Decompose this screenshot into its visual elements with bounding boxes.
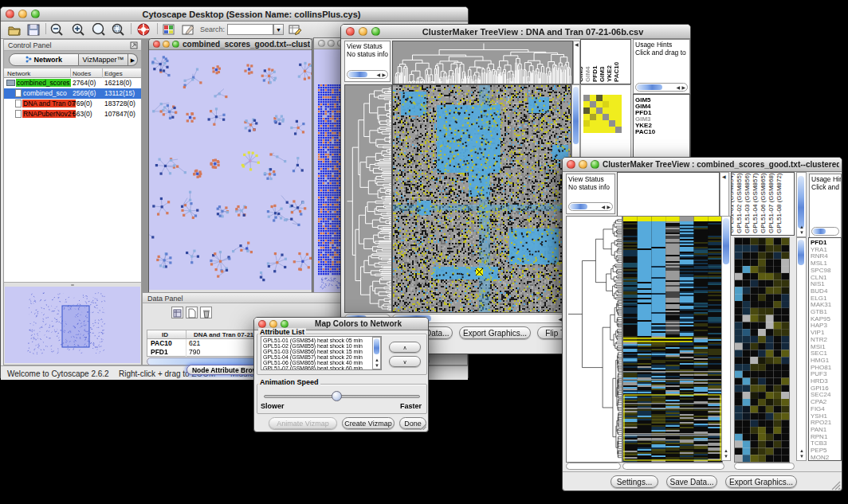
attribute-list-item[interactable]: GPL51-02 (GSM855) heat shock 10 min: [263, 343, 379, 349]
zoom-button[interactable]: [591, 160, 599, 169]
create-vizmap-button[interactable]: Create Vizmap: [342, 417, 395, 429]
tv2-global-heatmap[interactable]: [622, 216, 723, 463]
dp-table-icon[interactable]: [171, 307, 183, 318]
birdseye-view[interactable]: [5, 287, 140, 363]
close-button[interactable]: [318, 40, 325, 47]
table-edit-icon[interactable]: [288, 23, 302, 37]
tv2-column-labels: GPL51-01 (GSM854)GPL51-02 (GSM855)GPL51-…: [731, 172, 795, 236]
attribute-listbox[interactable]: GPL51-01 (GSM854) heat shock 05 minGPL51…: [261, 336, 382, 370]
tv1-global-heatmap[interactable]: [392, 84, 571, 313]
tv2-settings-button[interactable]: Settings...: [610, 475, 658, 488]
minimize-button[interactable]: [579, 160, 587, 169]
tab-vizmapper[interactable]: VizMapper™: [79, 53, 128, 66]
animation-speed-label: Animation Speed: [258, 378, 320, 386]
attribute-list-item[interactable]: GPL51-03 (GSM856) heat shock 15 min: [263, 349, 379, 354]
tv2-save-data-button[interactable]: Save Data...: [666, 475, 717, 488]
matrix-cell: [603, 114, 609, 120]
network-nodes: 2764(0): [73, 78, 96, 88]
attribute-list-item[interactable]: GPL51-07 (GSM868) heat shock 60 min: [263, 365, 379, 370]
minimize-button[interactable]: [269, 320, 277, 328]
tv2-usage-scrollbar[interactable]: [811, 227, 839, 236]
tab-network[interactable]: Network: [9, 53, 79, 66]
matrix-cell: [590, 107, 596, 114]
network-tree-row[interactable]: combined_scores2764(0)16218(0): [4, 78, 141, 88]
close-button[interactable]: [6, 10, 14, 18]
dp-newdoc-icon[interactable]: [186, 307, 198, 318]
help-lifesaver-icon[interactable]: [136, 23, 152, 37]
col-edges: Edges: [104, 70, 123, 77]
tab-overflow-arrow[interactable]: ▶: [128, 53, 138, 66]
tv1-column-dendrogram[interactable]: [392, 41, 573, 84]
export-graphics-button[interactable]: Export Graphics...: [459, 326, 531, 339]
dialog-title: Map Colors to Network: [291, 318, 426, 330]
minimize-button[interactable]: [18, 10, 27, 18]
tv2-export-graphics-button[interactable]: Export Graphics...: [725, 475, 797, 488]
speed-slider-track[interactable]: [264, 395, 420, 398]
tv2-gene-scrollbar[interactable]: ▲▼: [796, 237, 807, 461]
move-up-button[interactable]: ∧: [389, 342, 421, 353]
network-tree-row[interactable]: combined_sco2569(6)13112(15): [4, 88, 141, 99]
close-button[interactable]: [346, 27, 355, 36]
matrix-cell: [590, 127, 596, 133]
column-label: GIM4: [584, 66, 591, 82]
attr-list-scrollbar[interactable]: ▲▼: [372, 337, 381, 369]
tv2-zoom-heatmap[interactable]: [734, 237, 790, 463]
dp-delete-icon[interactable]: [200, 307, 212, 318]
zoom-out-icon[interactable]: [49, 23, 65, 37]
tv1-column-labels: GIM5GIM4PFD1GIM3YKE2PAC10: [580, 39, 631, 84]
matrix-cell: [603, 120, 609, 127]
speed-slider-thumb[interactable]: [332, 391, 342, 401]
column-label: PFD1: [591, 66, 599, 82]
vizmapper-icon[interactable]: [163, 24, 175, 36]
zoom-selected-icon[interactable]: [91, 23, 107, 37]
close-button[interactable]: [258, 320, 266, 328]
float-panel-icon[interactable]: [130, 41, 138, 49]
treeview2-titlebar[interactable]: ClusterMaker TreeView : combined_scores_…: [563, 158, 842, 172]
search-input[interactable]: [227, 24, 273, 35]
attribute-list-item[interactable]: GPL51-06 (GSM865) heat shock 40 min: [263, 360, 379, 365]
resize-grip[interactable]: [418, 422, 427, 431]
zoom-fit-icon[interactable]: [111, 23, 127, 37]
tv1-view-status: View Status No status info for ◀▶: [344, 41, 391, 82]
tv1-zoom-heatmap[interactable]: [583, 95, 622, 133]
network-window-titlebar[interactable]: combined_scores_good.txt--cluste...: [149, 39, 312, 50]
tv1-usage-scrollbar[interactable]: ◀▶: [635, 83, 688, 92]
status-welcome: Welcome to Cytoscape 2.6.2: [7, 369, 109, 378]
tv2-row-dendrogram[interactable]: [566, 216, 622, 463]
close-button[interactable]: [567, 160, 575, 169]
minimize-button[interactable]: [328, 40, 335, 47]
tv2-collabel-scrollbar[interactable]: ▲▼: [796, 172, 807, 237]
tv1-row-dendrogram[interactable]: [344, 84, 392, 313]
minimize-button[interactable]: [359, 27, 367, 36]
main-titlebar[interactable]: Cytoscape Desktop (Session Name: collins…: [1, 7, 468, 21]
resize-grip[interactable]: [830, 480, 841, 490]
search-dropdown[interactable]: ▼: [273, 24, 284, 35]
network-view[interactable]: [149, 50, 312, 290]
animate-vizmap-button[interactable]: Animate Vizmap: [269, 417, 337, 429]
zoom-button[interactable]: [281, 320, 289, 328]
zoom-button[interactable]: [172, 41, 179, 48]
treeview1-titlebar[interactable]: ClusterMaker TreeView : DNA and Tran 07-…: [341, 25, 690, 39]
matrix-cell: [590, 114, 596, 120]
main-title: Cytoscape Desktop (Session Name: collins…: [37, 7, 465, 21]
network-tree-row[interactable]: DNA and Tran 07769(0)183728(0): [4, 99, 141, 109]
close-button[interactable]: [153, 41, 160, 48]
tv2-vs-scrollbar[interactable]: ◀▶: [568, 202, 613, 211]
map-colors-dialog: Map Colors to Network Attribute List GPL…: [253, 317, 429, 432]
tv2-vscrollbar[interactable]: ▲▼: [721, 216, 731, 461]
minimize-button[interactable]: [163, 41, 170, 48]
matrix-cell: [603, 101, 609, 107]
attribute-list-item[interactable]: GPL51-04 (GSM857) heat shock 20 min: [263, 354, 379, 360]
zoom-in-icon[interactable]: [71, 23, 87, 37]
move-down-button[interactable]: ∨: [389, 356, 421, 367]
matrix-cell: [596, 120, 603, 127]
save-icon[interactable]: [26, 23, 41, 37]
network-tree-row[interactable]: RNAPuberNov2+563(0)107847(0): [4, 109, 141, 119]
open-icon[interactable]: [7, 23, 22, 37]
annotation-icon[interactable]: [181, 23, 195, 37]
tv1-vs-scrollbar[interactable]: ◀▶: [347, 70, 388, 79]
control-panel: Control Panel Network VizMapper™ ▶ Netwo…: [3, 39, 142, 365]
treeview2-title: ClusterMaker TreeView : combined_scores_…: [603, 158, 839, 171]
network-name: combined_sco: [22, 89, 68, 97]
attribute-list-item[interactable]: GPL51-01 (GSM854) heat shock 05 min: [263, 338, 379, 343]
